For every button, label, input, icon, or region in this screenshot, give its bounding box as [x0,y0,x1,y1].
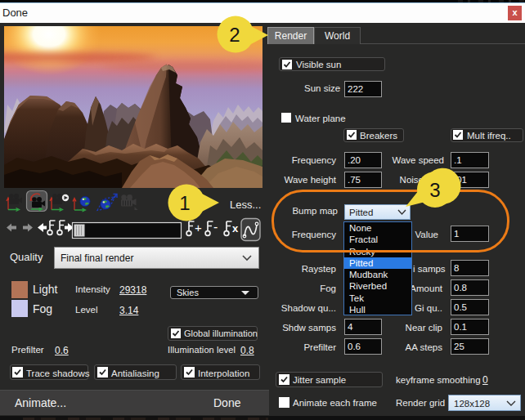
svg-text:x: x [232,222,239,235]
svg-text:2: 2 [229,24,240,46]
svg-text:3: 3 [429,179,440,201]
svg-text:1: 1 [179,192,190,214]
